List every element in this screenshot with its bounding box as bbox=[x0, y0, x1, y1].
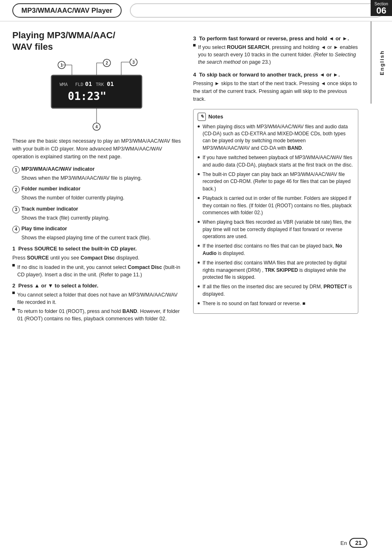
section-badge: Section 06 bbox=[371, 0, 392, 16]
display-diagram: WMA FLD 01 TRK 01 01:23" 1 2 bbox=[39, 59, 154, 131]
note-8: If all the files on the inserted disc ar… bbox=[198, 283, 354, 298]
english-label: English bbox=[379, 50, 385, 75]
notes-box: ✎ Notes When playing discs with MP3/WMA/… bbox=[193, 109, 358, 314]
step-1-num: 1 bbox=[12, 246, 18, 252]
footer-en-label: En bbox=[341, 540, 347, 546]
note-5: When playing back files recorded as VBR … bbox=[198, 219, 354, 240]
indicator-4-desc: Shows the elapsed playing time of the cu… bbox=[12, 234, 181, 241]
note-dot-icon bbox=[198, 173, 200, 175]
header-title: MP3/WMA/AAC/WAV Player bbox=[21, 7, 113, 15]
indicator-4-title-row: 4 Play time indicator bbox=[12, 226, 181, 233]
svg-text:4: 4 bbox=[95, 125, 98, 129]
step-2-bullet-2: To return to folder 01 (ROOT), press and… bbox=[12, 308, 181, 322]
section-num: 06 bbox=[371, 6, 392, 15]
notes-icon: ✎ bbox=[198, 113, 206, 121]
note-dot-icon bbox=[198, 197, 200, 199]
indicator-1-desc: Shows when the MP3/WMA/AAC/WAV file is p… bbox=[12, 174, 181, 182]
indicator-1: 1 MP3/WMA/AAC/WAV indicator Shows when t… bbox=[12, 166, 181, 182]
english-sidebar: English bbox=[371, 21, 392, 104]
indicator-3-title: Track number indicator bbox=[21, 206, 78, 212]
note-3: The built-in CD player can play back an … bbox=[198, 171, 354, 192]
svg-text:TRK: TRK bbox=[96, 82, 104, 87]
diagram-wrapper: WMA FLD 01 TRK 01 01:23" 1 2 bbox=[39, 59, 154, 131]
step-4-body: Pressing ► skips to the start of the nex… bbox=[193, 80, 358, 103]
indicator-3-title-row: 3 Track number indicator bbox=[12, 206, 181, 213]
svg-text:01: 01 bbox=[85, 81, 92, 87]
step-4-heading: 4 To skip back or forward to another tra… bbox=[193, 72, 358, 78]
svg-text:3: 3 bbox=[132, 60, 135, 65]
indicator-4-title: Play time indicator bbox=[21, 226, 67, 232]
svg-text:WMA: WMA bbox=[60, 82, 68, 87]
note-7: If the inserted disc contains WMA files … bbox=[198, 259, 354, 281]
note-dot-icon bbox=[198, 245, 200, 247]
svg-text:FLD: FLD bbox=[75, 82, 83, 87]
note-4: Playback is carried out in order of file… bbox=[198, 195, 354, 216]
indicator-2-desc: Shows the number of folder currently pla… bbox=[12, 194, 181, 202]
step-2-heading: 2 Press ▲ or ▼ to select a folder. bbox=[12, 283, 181, 289]
step-2-num: 2 bbox=[12, 283, 18, 289]
main-content: Playing MP3/WMA/AAC/ WAV files WMA FLD 0… bbox=[0, 21, 392, 332]
step-1-bullet-1: If no disc is loaded in the unit, you ca… bbox=[12, 264, 181, 278]
note-6: If the inserted disc contains no files t… bbox=[198, 243, 354, 257]
note-dot-icon bbox=[198, 285, 200, 287]
note-2: If you have switched between playback of… bbox=[198, 154, 354, 169]
indicator-3: 3 Track number indicator Shows the track… bbox=[12, 206, 181, 222]
step-1-body: Press SOURCE until you see Compact Disc … bbox=[12, 254, 181, 262]
indicator-1-num: 1 bbox=[12, 166, 20, 174]
indicator-1-title-row: 1 MP3/WMA/AAC/WAV indicator bbox=[12, 166, 181, 174]
indicator-3-num: 3 bbox=[12, 206, 20, 213]
note-dot-icon bbox=[198, 302, 200, 304]
step-3-heading: 3 To perform fast forward or reverse, pr… bbox=[193, 35, 358, 42]
indicator-2-num: 2 bbox=[12, 186, 20, 193]
note-dot-icon bbox=[198, 262, 200, 264]
note-1: When playing discs with MP3/WMA/AAC/WAV … bbox=[198, 123, 354, 152]
svg-text:01:23": 01:23" bbox=[68, 90, 106, 102]
indicator-2-title: Folder number indicator bbox=[21, 186, 81, 192]
indicator-4: 4 Play time indicator Shows the elapsed … bbox=[12, 226, 181, 241]
note-dot-icon bbox=[198, 221, 200, 223]
bullet-icon bbox=[12, 292, 15, 294]
step-2-bullet-1: You cannot select a folder that does not… bbox=[12, 291, 181, 306]
right-column: 3 To perform fast forward or reverse, pr… bbox=[189, 21, 379, 332]
indicator-3-desc: Shows the track (file) currently playing… bbox=[12, 214, 181, 222]
intro-text: These are the basic steps necessary to p… bbox=[12, 137, 181, 160]
header-center-box bbox=[130, 3, 384, 18]
step-1-heading: 1 Press SOURCE to select the built-in CD… bbox=[12, 246, 181, 252]
page-title: Playing MP3/WMA/AAC/ WAV files bbox=[12, 30, 181, 52]
footer: En 21 bbox=[341, 538, 367, 548]
step-3-bullet-1: If you select ROUGH SEARCH, pressing and… bbox=[193, 44, 358, 66]
page-header: MP3/WMA/AAC/WAV Player Section 06 bbox=[0, 0, 392, 21]
bullet-icon bbox=[12, 264, 15, 266]
indicator-2: 2 Folder number indicator Shows the numb… bbox=[12, 186, 181, 202]
indicator-1-title: MP3/WMA/AAC/WAV indicator bbox=[21, 166, 95, 172]
indicator-4-num: 4 bbox=[12, 226, 20, 233]
header-title-box: MP3/WMA/AAC/WAV Player bbox=[12, 3, 122, 18]
svg-text:01: 01 bbox=[107, 81, 114, 87]
note-9: There is no sound on fast forward or rev… bbox=[198, 300, 354, 307]
notes-header: ✎ Notes bbox=[198, 113, 354, 121]
note-dot-icon bbox=[198, 125, 200, 127]
svg-text:2: 2 bbox=[106, 61, 108, 65]
svg-text:1: 1 bbox=[60, 63, 63, 67]
note-dot-icon bbox=[198, 156, 200, 158]
left-column: Playing MP3/WMA/AAC/ WAV files WMA FLD 0… bbox=[0, 21, 189, 332]
bullet-icon bbox=[193, 44, 196, 46]
notes-label: Notes bbox=[208, 114, 223, 120]
page-number: 21 bbox=[349, 538, 367, 548]
bullet-icon bbox=[12, 308, 15, 310]
indicator-2-title-row: 2 Folder number indicator bbox=[12, 186, 181, 193]
